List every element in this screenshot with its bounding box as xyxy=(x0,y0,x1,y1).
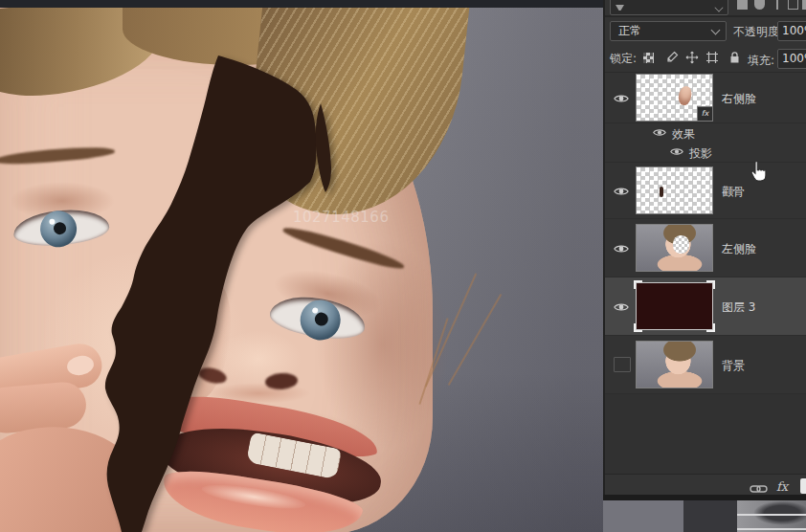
layer-thumbnail[interactable] xyxy=(636,341,713,388)
fx-badge-icon: fx xyxy=(697,106,713,122)
thumb-face-fragment xyxy=(677,85,693,107)
layers-panel: 正常 不透明度: 100% 锁定: 填充: xyxy=(603,0,806,500)
photoshop-workspace: 1027148166 正常 不透明度: 100% xyxy=(0,0,806,532)
filter-shape-layers-icon[interactable] xyxy=(788,0,798,10)
visibility-toggle-off[interactable] xyxy=(614,357,631,372)
fill-input[interactable]: 100% xyxy=(777,49,806,69)
layer-name[interactable]: 颧骨 xyxy=(722,184,745,200)
selection-bracket xyxy=(706,280,715,289)
thumbnail-divider xyxy=(737,514,806,516)
lock-position-icon[interactable] xyxy=(685,51,699,64)
fill-label: 填充: xyxy=(748,53,774,69)
visibility-toggle[interactable] xyxy=(611,93,632,104)
thumbnail-divider xyxy=(737,528,806,530)
lock-artboard-icon[interactable] xyxy=(705,51,719,64)
drop-shadow-label[interactable]: 投影 xyxy=(689,145,712,162)
layers-list: fx 右侧脸 效果 投影 xyxy=(605,73,806,474)
layer-row-background[interactable]: 背景 xyxy=(605,336,806,394)
hand-cursor xyxy=(750,161,767,182)
opacity-label: 不透明度: xyxy=(733,24,783,40)
visibility-toggle[interactable] xyxy=(653,127,666,138)
document-canvas[interactable]: 1027148166 xyxy=(0,0,603,532)
layer-name[interactable]: 右侧脸 xyxy=(722,91,756,107)
layer-thumbnail[interactable] xyxy=(636,282,713,330)
lock-transparent-pixels-icon[interactable] xyxy=(643,53,654,63)
blend-mode-row: 正常 不透明度: 100% xyxy=(605,17,806,46)
layers-list-empty-area xyxy=(605,394,806,474)
thumb-paint-mark xyxy=(660,187,663,197)
layer-row-left-face[interactable]: 左侧脸 xyxy=(605,219,806,277)
visibility-toggle[interactable] xyxy=(611,186,632,197)
drop-shadow-row[interactable]: 投影 xyxy=(605,143,806,163)
layer-name[interactable]: 图层 3 xyxy=(722,299,755,316)
lock-row: 锁定: 填充: 100% xyxy=(605,46,806,73)
lock-all-icon[interactable] xyxy=(728,51,742,64)
pasteboard-fragment xyxy=(603,500,683,532)
area-below-panel xyxy=(603,500,806,532)
opacity-value: 100% xyxy=(782,24,806,37)
visibility-toggle[interactable] xyxy=(611,301,632,313)
chevron-down-icon xyxy=(711,26,721,35)
blend-mode-value: 正常 xyxy=(618,24,641,37)
opacity-input[interactable]: 100% xyxy=(777,21,806,41)
filter-smart-object-icon[interactable] xyxy=(802,0,806,10)
lock-image-pixels-icon[interactable] xyxy=(665,51,679,64)
layer-thumbnail[interactable] xyxy=(636,224,713,272)
filter-type-layers-icon[interactable] xyxy=(772,0,782,10)
window-fragment xyxy=(683,500,737,532)
layer-thumbnail[interactable]: fx xyxy=(636,74,713,122)
selection-bracket xyxy=(634,280,642,289)
thumb-transparent-patch xyxy=(673,235,689,254)
blend-mode-select[interactable]: 正常 xyxy=(610,21,727,41)
painted-crack-shape xyxy=(0,0,603,532)
layer-filter-dropdown[interactable] xyxy=(610,0,728,15)
layer-style-fx-button[interactable]: fx xyxy=(776,479,788,494)
layer-filter-bar xyxy=(605,0,806,17)
selection-bracket xyxy=(706,323,715,332)
filter-pixel-layers-icon[interactable] xyxy=(737,0,748,10)
layer-row-layer3[interactable]: 图层 3 xyxy=(605,277,806,336)
visibility-toggle[interactable] xyxy=(611,243,632,255)
watermark-text: 1027148166 xyxy=(293,209,389,226)
chevron-down-icon xyxy=(714,3,723,11)
filter-icon xyxy=(616,5,624,11)
visibility-toggle[interactable] xyxy=(670,146,683,157)
selection-bracket xyxy=(634,323,642,332)
fill-value: 100% xyxy=(782,52,806,65)
effects-label[interactable]: 效果 xyxy=(672,126,695,143)
add-layer-mask-icon[interactable] xyxy=(800,478,806,494)
layer-name[interactable]: 左侧脸 xyxy=(722,241,756,257)
layer-row-cheekbone[interactable]: 颧骨 xyxy=(605,163,806,219)
effects-row[interactable]: 效果 xyxy=(605,123,806,143)
layer-name[interactable]: 背景 xyxy=(722,358,745,374)
layer-thumbnail[interactable] xyxy=(636,166,713,214)
layer-row-right-face[interactable]: fx 右侧脸 xyxy=(605,73,806,123)
lock-label: 锁定: xyxy=(610,51,637,67)
filter-adjustment-layers-icon[interactable] xyxy=(754,0,765,10)
